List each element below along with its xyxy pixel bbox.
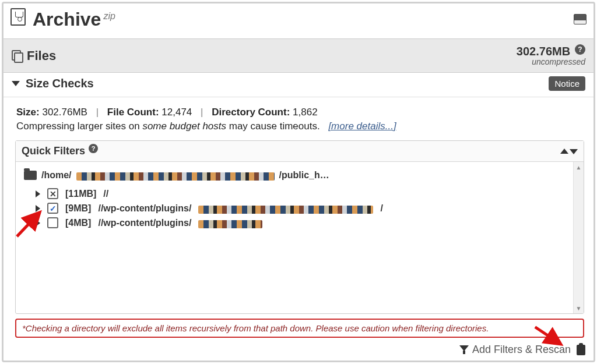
size-label: Size: xyxy=(16,107,40,118)
checkbox-checked[interactable]: ✓ xyxy=(47,203,58,214)
note-italic: some budget hosts xyxy=(142,121,226,132)
item-size: [11MB] xyxy=(65,189,96,199)
dir-count-value: 1,862 xyxy=(293,107,318,118)
footer-actions: Add Filters & Rescan xyxy=(459,344,585,356)
folder-open-icon xyxy=(24,171,37,180)
triangle-up-icon xyxy=(560,149,568,154)
item-path: //wp-content/plugins/ xyxy=(98,218,191,228)
item-size: [4MB] xyxy=(65,218,91,228)
triangle-down-icon xyxy=(570,149,578,154)
tree-item: [4MB] //wp-content/plugins/ xyxy=(19,215,580,230)
scrollbar[interactable]: ▲ ▼ xyxy=(573,162,584,313)
archive-format-superscript: zip xyxy=(103,11,115,22)
archive-panel: Archive zip Files 302.76MB ? uncompresse… xyxy=(2,2,595,362)
item-path-suffix: / xyxy=(380,203,382,214)
tree-root[interactable]: /home/ /public_h… xyxy=(19,168,580,186)
help-icon[interactable]: ? xyxy=(575,44,585,55)
quick-filters-heading: Quick Filters xyxy=(22,145,85,157)
help-icon[interactable]: ? xyxy=(89,144,98,153)
size-checks-bar[interactable]: Size Checks Notice xyxy=(3,73,594,97)
dir-count-label: Directory Count: xyxy=(212,107,290,118)
quick-filters-panel: Quick Filters ? /home/ /public_h… ✕ [11M… xyxy=(15,140,584,314)
size-value: 302.76MB xyxy=(42,107,87,118)
filter-icon xyxy=(459,345,469,355)
panel-header: Archive zip xyxy=(3,3,594,38)
clipboard-icon[interactable] xyxy=(577,345,585,355)
redacted-path-segment xyxy=(198,220,262,228)
caret-right-icon[interactable] xyxy=(36,190,40,197)
caret-right-icon[interactable] xyxy=(36,205,40,212)
files-bar: Files 302.76MB ? uncompressed xyxy=(3,38,594,73)
root-path-prefix: /home/ xyxy=(41,170,72,181)
stats-row: Size: 302.76MB | File Count: 12,474 | Di… xyxy=(3,97,594,121)
item-size: [9MB] xyxy=(65,203,91,214)
window-mode-icon[interactable] xyxy=(574,14,587,24)
redacted-path-segment xyxy=(76,172,275,181)
scroll-down-icon[interactable]: ▼ xyxy=(574,303,584,313)
caution-note: *Checking a directory will exclude all i… xyxy=(15,319,584,338)
note-suffix: may cause timeouts. xyxy=(226,121,320,132)
compression-note: Compressing larger sites on some budget … xyxy=(3,121,594,140)
item-path: // xyxy=(103,189,108,199)
size-checks-heading: Size Checks xyxy=(26,77,94,90)
panel-title: Archive zip xyxy=(10,8,117,30)
notice-badge: Notice xyxy=(549,76,585,91)
note-prefix: Compressing larger sites on xyxy=(16,121,142,132)
tree-item: ✓ [9MB] //wp-content/plugins/ / xyxy=(19,201,580,215)
checkbox-unchecked[interactable] xyxy=(47,217,58,228)
scroll-up-icon[interactable]: ▲ xyxy=(574,162,584,172)
caret-right-icon[interactable] xyxy=(36,220,40,227)
sort-arrows[interactable] xyxy=(560,149,578,154)
more-details-link[interactable]: [more details...] xyxy=(328,121,396,132)
caret-down-icon xyxy=(12,81,20,86)
files-copy-icon xyxy=(12,50,22,62)
add-filters-rescan-link[interactable]: Add Filters & Rescan xyxy=(472,344,571,356)
files-heading: Files xyxy=(27,48,56,63)
checkbox-indeterminate[interactable]: ✕ xyxy=(47,188,58,199)
quick-filters-header: Quick Filters ? xyxy=(16,141,584,162)
tree-item: ✕ [11MB] // xyxy=(19,186,580,201)
root-path-suffix: /public_h… xyxy=(279,170,329,181)
total-size-value: 302.76MB xyxy=(517,45,570,58)
quick-filters-body: /home/ /public_h… ✕ [11MB] // ✓ [9MB] //… xyxy=(16,162,584,313)
file-count-label: File Count: xyxy=(107,107,159,118)
item-path: //wp-content/plugins/ xyxy=(98,203,191,214)
archive-zip-icon xyxy=(10,8,26,26)
file-count-value: 12,474 xyxy=(161,107,192,118)
uncompressed-label: uncompressed xyxy=(517,57,585,66)
redacted-path-segment xyxy=(198,206,373,214)
panel-title-text: Archive xyxy=(33,9,101,30)
